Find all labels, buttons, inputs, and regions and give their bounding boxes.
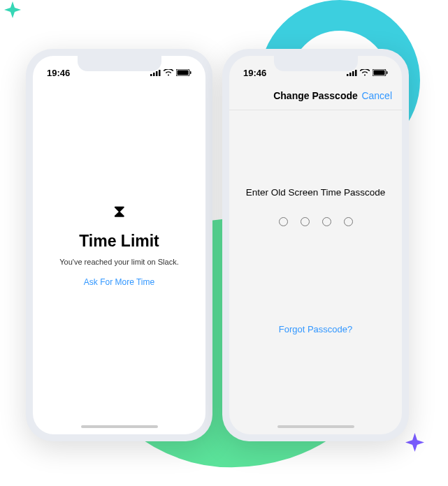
- svg-rect-13: [386, 71, 388, 74]
- passcode-prompt: Enter Old Screen Time Passcode: [246, 187, 386, 198]
- wifi-icon: [360, 69, 370, 76]
- sparkle-icon: [4, 1, 21, 18]
- svg-rect-8: [349, 73, 352, 76]
- ask-more-time-link[interactable]: Ask For More Time: [84, 277, 154, 287]
- svg-rect-9: [352, 71, 354, 76]
- phone-notch: [78, 56, 161, 71]
- phone-time-limit: 19:46 ⧗ Time Limit You've reached your l…: [26, 49, 212, 441]
- svg-rect-10: [355, 70, 357, 76]
- cancel-button[interactable]: Cancel: [361, 90, 392, 101]
- status-time: 19:46: [243, 68, 266, 78]
- nav-bar: Change Passcode Cancel: [229, 81, 402, 110]
- svg-rect-12: [374, 71, 385, 75]
- phone-notch: [274, 56, 358, 71]
- forgot-passcode-link[interactable]: Forgot Passcode?: [279, 324, 353, 334]
- passcode-dot: [322, 217, 331, 226]
- battery-icon: [373, 69, 388, 76]
- svg-rect-7: [347, 74, 349, 76]
- hourglass-icon: ⧗: [113, 201, 126, 222]
- passcode-dots[interactable]: [279, 217, 353, 226]
- passcode-dot: [279, 217, 288, 226]
- passcode-dot: [344, 217, 353, 226]
- home-indicator: [81, 425, 158, 428]
- phone-passcode: 19:46 Change Passcode Cancel Enter Old S…: [222, 49, 409, 441]
- home-indicator: [277, 425, 354, 428]
- passcode-dot: [301, 217, 310, 226]
- time-limit-title: Time Limit: [79, 232, 159, 251]
- phone-mockups: 19:46 ⧗ Time Limit You've reached your l…: [26, 49, 409, 441]
- time-limit-subtitle: You've reached your limit on Slack.: [59, 258, 178, 266]
- nav-title: Change Passcode: [273, 90, 358, 101]
